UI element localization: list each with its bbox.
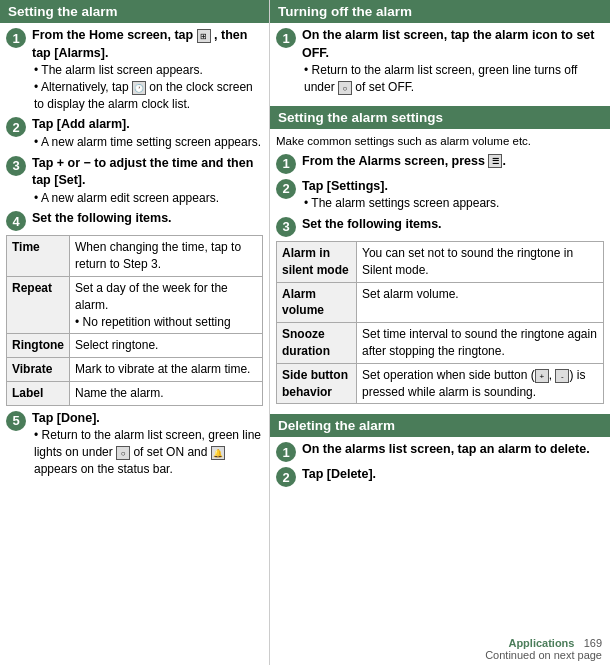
r-step-2-3-content: Set the following items. — [302, 216, 604, 234]
r-step-1-1: 1 On the alarm list screen, tap the alar… — [276, 27, 604, 96]
status-icon: 🔔 — [211, 446, 225, 460]
step-5-num: 5 — [6, 411, 26, 431]
vol-up-icon: + — [535, 369, 549, 383]
step-1-bullet-1: The alarm list screen appears. — [34, 62, 263, 79]
r-step-2-3: 3 Set the following items. — [276, 216, 604, 237]
r-step-1-1-num: 1 — [276, 28, 296, 48]
table-label-repeat: Repeat — [7, 277, 70, 334]
r-step-3-1: 1 On the alarms list screen, tap an alar… — [276, 441, 604, 462]
left-column: Setting the alarm 1 From the Home screen… — [0, 0, 270, 665]
r-table-desc-side: Set operation when side button (+, -) is… — [357, 363, 604, 404]
r-step-2-1: 1 From the Alarms screen, press ☰. — [276, 153, 604, 174]
r-step-3-1-content: On the alarms list screen, tap an alarm … — [302, 441, 604, 459]
table-row: Snooze duration Set time interval to sou… — [277, 323, 604, 364]
table-row: Ringtone Select ringtone. — [7, 334, 263, 358]
table-row: Vibrate Mark to vibrate at the alarm tim… — [7, 358, 263, 382]
step-3-bullets: A new alarm edit screen appears. — [32, 190, 263, 207]
page: Setting the alarm 1 From the Home screen… — [0, 0, 610, 665]
step-5-bullet-1: Return to the alarm list screen, green l… — [34, 427, 263, 477]
table-row: Label Name the alarm. — [7, 382, 263, 406]
footer-continued: Continued on next page — [485, 649, 602, 661]
step-4-num: 4 — [6, 211, 26, 231]
r-table-desc-silent: You can set not to sound the ringtone in… — [357, 241, 604, 282]
table-label-ringtone: Ringtone — [7, 334, 70, 358]
r-step-2-2-bold: Tap [Settings]. — [302, 179, 388, 193]
footer-page-number: 169 — [584, 637, 602, 649]
menu-icon: ☰ — [488, 154, 502, 168]
r-step-1-1-bullet: Return to the alarm list screen, green l… — [304, 62, 604, 96]
r-step-1-1-bullets: Return to the alarm list screen, green l… — [302, 62, 604, 96]
step-5-bullets: Return to the alarm list screen, green l… — [32, 427, 263, 477]
step-2-bullets: A new alarm time setting screen appears. — [32, 134, 263, 151]
set-on-icon: ○ — [116, 446, 130, 460]
table-label-time: Time — [7, 236, 70, 277]
step-3-bullet-1: A new alarm edit screen appears. — [34, 190, 263, 207]
r-step-2-1-num: 1 — [276, 154, 296, 174]
step-1-content: From the Home screen, tap ⊞ , then tap [… — [32, 27, 263, 112]
table-label-label: Label — [7, 382, 70, 406]
r-step-2-2-bullet: The alarm settings screen appears. — [304, 195, 604, 212]
section2-intro: Make common settings such as alarm volum… — [276, 133, 604, 149]
left-section-header: Setting the alarm — [0, 0, 269, 23]
right-section1-header: Turning off the alarm — [270, 0, 610, 23]
r-step-2-3-bold: Set the following items. — [302, 217, 442, 231]
table-desc-repeat: Set a day of the week for the alarm.• No… — [70, 277, 263, 334]
step-1-bold: From the Home screen, tap — [32, 28, 197, 42]
r-table-label-side: Side button behavior — [277, 363, 357, 404]
step-1-num: 1 — [6, 28, 26, 48]
step-3: 3 Tap + or − to adjust the time and then… — [6, 155, 263, 207]
r-step-2-2-content: Tap [Settings]. The alarm settings scree… — [302, 178, 604, 212]
step-5-bold: Tap [Done]. — [32, 411, 100, 425]
r-step-3-1-bold: On the alarms list screen, tap an alarm … — [302, 442, 590, 456]
step-4: 4 Set the following items. — [6, 210, 263, 231]
r-step-2-2: 2 Tap [Settings]. The alarm settings scr… — [276, 178, 604, 212]
r-table-desc-snooze: Set time interval to sound the ringtone … — [357, 323, 604, 364]
table-row: Time When changing the time, tap to retu… — [7, 236, 263, 277]
r-step-2-3-num: 3 — [276, 217, 296, 237]
table-row: Repeat Set a day of the week for the ala… — [7, 277, 263, 334]
footer-apps-label: Applications — [508, 637, 574, 649]
alarm-settings-table: Time When changing the time, tap to retu… — [6, 235, 263, 405]
table-row: Side button behavior Set operation when … — [277, 363, 604, 404]
table-desc-label: Name the alarm. — [70, 382, 263, 406]
r-step-1-1-bold: On the alarm list screen, tap the alarm … — [302, 28, 594, 60]
clock-icon: 🕐 — [132, 81, 146, 95]
step-1: 1 From the Home screen, tap ⊞ , then tap… — [6, 27, 263, 112]
right-section2-header: Setting the alarm settings — [270, 106, 610, 129]
step-5-content: Tap [Done]. Return to the alarm list scr… — [32, 410, 263, 478]
r-table-desc-volume: Set alarm volume. — [357, 282, 604, 323]
step-2-num: 2 — [6, 117, 26, 137]
table-row: Alarm volume Set alarm volume. — [277, 282, 604, 323]
vol-down-icon: - — [555, 369, 569, 383]
alarm-settings-table-2: Alarm in silent mode You can set not to … — [276, 241, 604, 404]
step-4-content: Set the following items. — [32, 210, 263, 228]
apps-icon: ⊞ — [197, 29, 211, 43]
table-row: Alarm in silent mode You can set not to … — [277, 241, 604, 282]
r-step-3-2-bold: Tap [Delete]. — [302, 467, 376, 481]
step-3-bold: Tap + or − to adjust the time and then t… — [32, 156, 253, 188]
r-step-3-2-content: Tap [Delete]. — [302, 466, 604, 484]
r-step-3-1-num: 1 — [276, 442, 296, 462]
step-2-bullet-1: A new alarm time setting screen appears. — [34, 134, 263, 151]
step-3-num: 3 — [6, 156, 26, 176]
step-1-bullet-2: Alternatively, tap 🕐 on the clock screen… — [34, 79, 263, 113]
right-section3-header: Deleting the alarm — [270, 414, 610, 437]
step-5: 5 Tap [Done]. Return to the alarm list s… — [6, 410, 263, 478]
table-desc-time: When changing the time, tap to return to… — [70, 236, 263, 277]
step-2: 2 Tap [Add alarm]. A new alarm time sett… — [6, 116, 263, 150]
step-2-content: Tap [Add alarm]. A new alarm time settin… — [32, 116, 263, 150]
r-step-2-2-num: 2 — [276, 179, 296, 199]
table-desc-ringtone: Select ringtone. — [70, 334, 263, 358]
r-table-label-snooze: Snooze duration — [277, 323, 357, 364]
r-step-2-1-bold: From the Alarms screen, press ☰. — [302, 154, 506, 168]
r-table-label-silent: Alarm in silent mode — [277, 241, 357, 282]
r-step-3-2-num: 2 — [276, 467, 296, 487]
page-footer: Applications 169 Continued on next page — [485, 637, 602, 661]
step-2-bold: Tap [Add alarm]. — [32, 117, 130, 131]
r-step-2-2-bullets: The alarm settings screen appears. — [302, 195, 604, 212]
table-label-vibrate: Vibrate — [7, 358, 70, 382]
step-4-bold: Set the following items. — [32, 211, 172, 225]
step-3-content: Tap + or − to adjust the time and then t… — [32, 155, 263, 207]
r-step-2-1-content: From the Alarms screen, press ☰. — [302, 153, 604, 171]
r-table-label-volume: Alarm volume — [277, 282, 357, 323]
